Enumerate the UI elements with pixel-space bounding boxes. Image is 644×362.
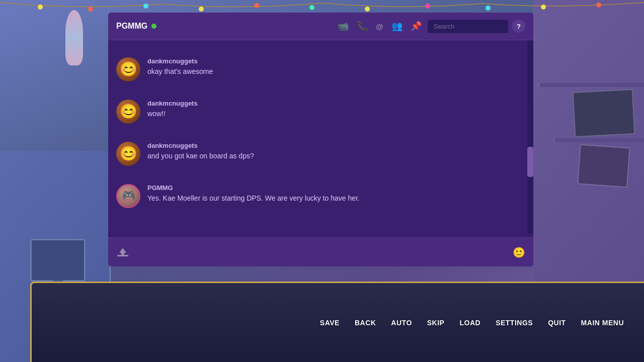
members-icon[interactable]: 👥 (389, 19, 405, 34)
message-username-3: dankmcnuggets (147, 142, 525, 149)
chat-input-area: 🙂 (108, 237, 533, 266)
chat-header: PGMMG 📹 📞 @ 👥 📌 ? (108, 13, 533, 40)
video-icon[interactable]: 📹 (336, 19, 351, 34)
pin-icon[interactable]: 📌 (409, 19, 424, 34)
svg-marker-12 (119, 248, 126, 255)
svg-point-4 (254, 3, 259, 8)
bottom-bar: SAVE BACK AUTO SKIP LOAD SETTINGS QUIT M… (30, 282, 644, 362)
chat-messages: dankmcnuggets okay that's awesome dankmc… (108, 40, 533, 237)
auto-button[interactable]: AUTO (391, 319, 412, 327)
message-content-4: PGMMG Yes. Kae Moeller is our starting D… (147, 184, 525, 204)
message-item: PGMMG Yes. Kae Moeller is our starting D… (116, 175, 525, 217)
svg-point-10 (596, 3, 601, 8)
message-content-3: dankmcnuggets and you got kae on board a… (147, 142, 525, 161)
svg-rect-11 (117, 255, 128, 256)
upload-button[interactable] (116, 246, 129, 259)
message-text-1: okay that's awesome (147, 67, 525, 77)
svg-point-3 (199, 7, 204, 12)
quit-button[interactable]: QUIT (548, 319, 566, 327)
main-menu-button[interactable]: MAIN MENU (581, 319, 624, 327)
scroll-thumb[interactable] (527, 147, 533, 177)
chat-title: PGMMG (116, 22, 156, 31)
svg-point-1 (88, 7, 93, 12)
avatar-dank-1 (116, 57, 140, 81)
settings-button[interactable]: SETTINGS (496, 319, 533, 327)
message-item: dankmcnuggets okay that's awesome (116, 48, 525, 90)
emoji-button[interactable]: 🙂 (513, 246, 525, 258)
svg-point-5 (309, 5, 314, 10)
shelf-right-1 (538, 83, 644, 87)
svg-point-8 (486, 6, 491, 11)
avatar-dank-2 (116, 100, 140, 124)
message-username-2: dankmcnuggets (147, 100, 525, 107)
svg-point-7 (425, 4, 430, 9)
svg-point-2 (143, 4, 148, 9)
message-text-4: Yes. Kae Moeller is our starting DPS. We… (147, 194, 525, 204)
message-content-2: dankmcnuggets wow!! (147, 100, 525, 119)
mention-icon[interactable]: @ (374, 20, 385, 33)
message-text-3: and you got kae on board as dps? (147, 151, 525, 161)
message-username-1: dankmcnuggets (147, 57, 525, 65)
back-button[interactable]: BACK (355, 319, 376, 327)
online-indicator (151, 24, 156, 29)
photo-right-1 (573, 89, 635, 137)
chat-title-text: PGMMG (116, 22, 147, 31)
call-icon[interactable]: 📞 (355, 19, 370, 34)
message-input[interactable] (135, 248, 507, 256)
monitor-bg (30, 239, 86, 282)
scroll-track (527, 40, 533, 234)
message-text-2: wow!! (147, 109, 525, 119)
skip-button[interactable]: SKIP (427, 319, 445, 327)
message-content-1: dankmcnuggets okay that's awesome (147, 57, 525, 77)
photo-right-2 (577, 144, 630, 188)
svg-point-0 (38, 5, 43, 10)
avatar-dank-3 (116, 142, 140, 166)
search-input[interactable] (428, 20, 508, 33)
chat-window: PGMMG 📹 📞 @ 👥 📌 ? dankmcnuggets okay tha… (108, 13, 533, 266)
avatar-pgmmg-1 (116, 184, 140, 208)
message-item: dankmcnuggets and you got kae on board a… (116, 133, 525, 175)
message-item: dankmcnuggets wow!! (116, 90, 525, 133)
help-button[interactable]: ? (512, 20, 525, 33)
svg-point-9 (541, 5, 546, 10)
header-icons: 📹 📞 @ 👥 📌 ? (336, 19, 525, 34)
load-button[interactable]: LOAD (459, 319, 480, 327)
svg-point-6 (365, 7, 370, 12)
shelf-right-2 (553, 138, 644, 142)
save-button[interactable]: SAVE (320, 319, 340, 327)
message-username-4: PGMMG (147, 184, 525, 192)
